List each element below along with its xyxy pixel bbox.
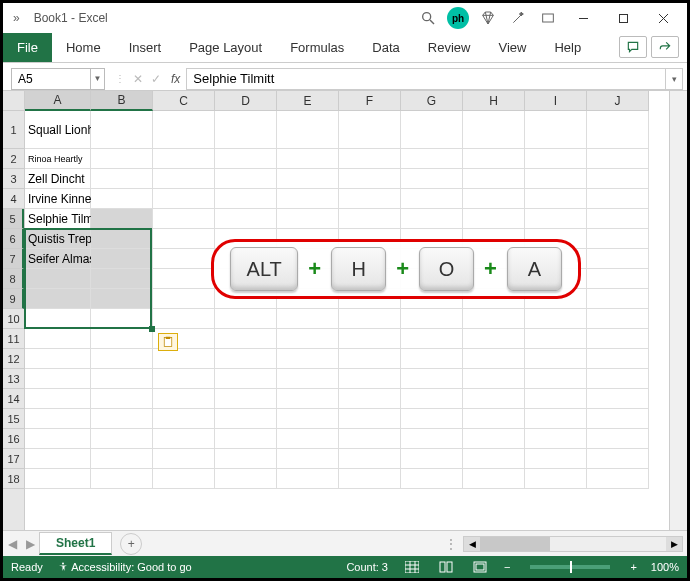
minimize-button[interactable] [563, 4, 603, 32]
selection-fill-handle[interactable] [149, 326, 155, 332]
hscroll-thumb[interactable] [480, 537, 550, 551]
fx-enter-icon[interactable]: ✓ [147, 72, 165, 86]
name-box-dropdown[interactable]: ▼ [91, 68, 105, 90]
cell-B5[interactable] [91, 209, 153, 229]
rowhdr-1[interactable]: 1 [3, 111, 24, 149]
split-handle[interactable]: ⋮ [445, 537, 457, 551]
tab-data[interactable]: Data [358, 33, 413, 62]
rowhdr-6[interactable]: 6 [3, 229, 24, 249]
tab-insert[interactable]: Insert [115, 33, 176, 62]
view-page-layout-icon[interactable] [436, 559, 456, 575]
search-icon[interactable] [415, 7, 441, 29]
cell-B9[interactable] [91, 289, 153, 309]
rowhdr-14[interactable]: 14 [3, 389, 24, 409]
rowhdr-8[interactable]: 8 [3, 269, 24, 289]
svg-rect-10 [405, 561, 419, 573]
rowhdr-3[interactable]: 3 [3, 169, 24, 189]
sheet-nav-next[interactable]: ▶ [21, 537, 39, 551]
diamond-icon[interactable] [475, 7, 501, 29]
cell-A4[interactable]: Irvine Kinneas [25, 189, 91, 209]
rowhdr-11[interactable]: 11 [3, 329, 24, 349]
cell-A6[interactable]: Quistis Trepe [25, 229, 91, 249]
plus-icon: + [484, 256, 497, 282]
cell-A3[interactable]: Zell Dincht [25, 169, 91, 189]
rowhdr-9[interactable]: 9 [3, 289, 24, 309]
colhdr-H[interactable]: H [463, 91, 525, 111]
ribbon-display-icon[interactable] [535, 7, 561, 29]
tab-page-layout[interactable]: Page Layout [175, 33, 276, 62]
vertical-scrollbar[interactable] [669, 91, 687, 530]
colhdr-B[interactable]: B [91, 91, 153, 111]
cell-B6[interactable] [91, 229, 153, 249]
account-badge-icon[interactable]: ph [445, 7, 471, 29]
cell-B7[interactable] [91, 249, 153, 269]
select-all-corner[interactable] [3, 91, 25, 111]
formula-bar-expand[interactable]: ▾ [665, 68, 683, 90]
horizontal-scrollbar[interactable]: ◀ ▶ [463, 536, 683, 552]
grid-body[interactable]: Squall Lionheart Rinoa Heartly Zell Dinc… [25, 111, 669, 530]
accessibility-status[interactable]: Accessibility: Good to go [57, 561, 192, 573]
colhdr-I[interactable]: I [525, 91, 587, 111]
tab-view[interactable]: View [484, 33, 540, 62]
view-page-break-icon[interactable] [470, 559, 490, 575]
rowhdr-15[interactable]: 15 [3, 409, 24, 429]
rowhdr-7[interactable]: 7 [3, 249, 24, 269]
rowhdr-13[interactable]: 13 [3, 369, 24, 389]
formula-input[interactable]: Selphie Tilmitt [186, 68, 665, 90]
cell-A9[interactable] [25, 289, 91, 309]
zoom-out-button[interactable]: − [504, 561, 510, 573]
colhdr-A[interactable]: A [25, 91, 91, 111]
tab-review[interactable]: Review [414, 33, 485, 62]
hscroll-left[interactable]: ◀ [464, 537, 480, 551]
sheet-nav-prev[interactable]: ◀ [3, 537, 21, 551]
fx-cancel-icon[interactable]: ✕ [129, 72, 147, 86]
tab-help[interactable]: Help [540, 33, 595, 62]
colhdr-D[interactable]: D [215, 91, 277, 111]
rowhdr-5[interactable]: 5 [3, 209, 24, 229]
svg-rect-8 [166, 337, 171, 339]
rowhdr-18[interactable]: 18 [3, 469, 24, 489]
colhdr-C[interactable]: C [153, 91, 215, 111]
colhdr-G[interactable]: G [401, 91, 463, 111]
cell-A5[interactable]: Selphie Tilmitt [25, 209, 91, 229]
tab-formulas[interactable]: Formulas [276, 33, 358, 62]
zoom-slider[interactable] [530, 565, 610, 569]
add-sheet-button[interactable]: + [120, 533, 142, 555]
sheet-tab-active[interactable]: Sheet1 [39, 532, 112, 555]
tab-file[interactable]: File [3, 33, 52, 62]
rowhdr-16[interactable]: 16 [3, 429, 24, 449]
zoom-level[interactable]: 100% [651, 561, 679, 573]
tab-home[interactable]: Home [52, 33, 115, 62]
rowhdr-2[interactable]: 2 [3, 149, 24, 169]
comments-button[interactable] [619, 36, 647, 58]
cell-C1[interactable] [153, 111, 215, 149]
close-button[interactable] [643, 4, 683, 32]
fx-label[interactable]: fx [171, 72, 180, 86]
view-normal-icon[interactable] [402, 559, 422, 575]
cell-B8[interactable] [91, 269, 153, 289]
colhdr-F[interactable]: F [339, 91, 401, 111]
key-alt: ALT [230, 247, 298, 291]
share-button[interactable] [651, 36, 679, 58]
qat-overflow-icon[interactable]: » [7, 11, 26, 25]
rowhdr-4[interactable]: 4 [3, 189, 24, 209]
colhdr-J[interactable]: J [587, 91, 649, 111]
cell-A2[interactable]: Rinoa Heartly [25, 149, 91, 169]
cell-A1[interactable]: Squall Lionheart [25, 111, 91, 149]
rowhdr-12[interactable]: 12 [3, 349, 24, 369]
rowhdr-17[interactable]: 17 [3, 449, 24, 469]
colhdr-E[interactable]: E [277, 91, 339, 111]
maximize-button[interactable] [603, 4, 643, 32]
cell-B1[interactable] [91, 111, 153, 149]
rowhdr-10[interactable]: 10 [3, 309, 24, 329]
cell-A8[interactable] [25, 269, 91, 289]
svg-rect-16 [447, 562, 452, 572]
zoom-in-button[interactable]: + [630, 561, 636, 573]
wand-icon[interactable] [505, 7, 531, 29]
name-box[interactable]: A5 [11, 68, 91, 90]
plus-icon: + [396, 256, 409, 282]
hscroll-right[interactable]: ▶ [666, 537, 682, 551]
cell-A7[interactable]: Seifer Almasy [25, 249, 91, 269]
paste-options-button[interactable] [158, 333, 178, 351]
window-title: Book1 - Excel [34, 11, 108, 25]
